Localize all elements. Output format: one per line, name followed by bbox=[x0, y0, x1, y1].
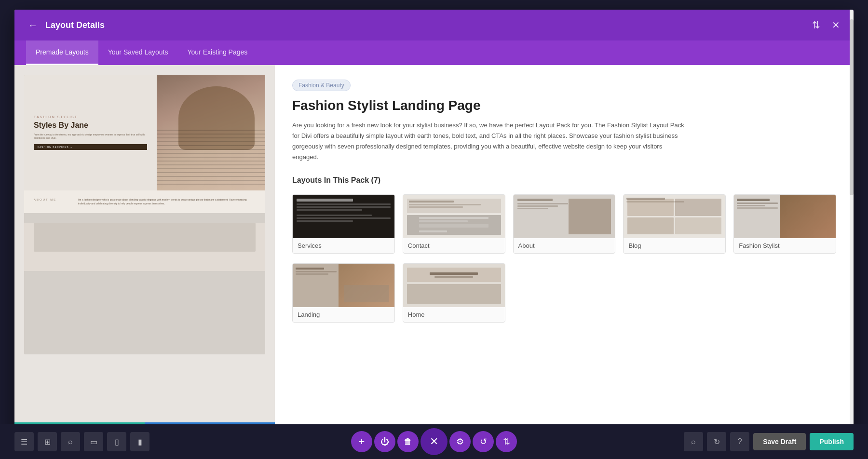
layout-card-contact[interactable]: Contact bbox=[403, 194, 505, 254]
services-line-5 bbox=[297, 217, 391, 219]
tool-mobile-button[interactable]: ▮ bbox=[130, 432, 149, 451]
tool-search-button[interactable]: ⌕ bbox=[61, 432, 80, 451]
layout-card-fashion-stylist[interactable]: Fashion Stylist bbox=[733, 194, 836, 254]
layout-card-about[interactable]: About bbox=[513, 194, 616, 254]
tool-tablet-button[interactable]: ▯ bbox=[107, 432, 126, 451]
toolbar-power-button[interactable]: ⏻ bbox=[374, 431, 395, 452]
modal-tabs: Premade Layouts Your Saved Layouts Your … bbox=[14, 40, 854, 65]
preview-about-label: ABOUT ME bbox=[34, 198, 72, 203]
toolbar-left: ☰ ⊞ ⌕ ▭ ▯ ▮ bbox=[14, 432, 149, 451]
toolbar-help-icon[interactable]: ? bbox=[730, 432, 749, 451]
services-line-title bbox=[297, 199, 353, 202]
layout-card-services[interactable]: Services bbox=[292, 194, 395, 254]
blog-cell-3 bbox=[627, 217, 674, 235]
preview-hero-right bbox=[157, 75, 265, 190]
modal-header-left: ← Layout Details bbox=[26, 18, 105, 33]
divider-icon-button[interactable]: ⇅ bbox=[810, 17, 822, 33]
preview-scroll-area: FASHION STYLIST Styles By Jane From the … bbox=[14, 65, 275, 422]
layout-card-landing[interactable]: Landing bbox=[292, 263, 395, 323]
preview-body-text: From the runway to the streets, my appro… bbox=[34, 133, 147, 140]
stripe-pattern bbox=[157, 127, 265, 185]
back-button[interactable]: ← bbox=[26, 18, 40, 33]
layout-thumb-fashion bbox=[734, 195, 836, 238]
scroll-thumb bbox=[850, 65, 854, 195]
tool-desktop-button[interactable]: ▭ bbox=[84, 432, 103, 451]
toolbar-settings-button[interactable]: ⚙ bbox=[449, 431, 471, 452]
tool-menu-button[interactable]: ☰ bbox=[14, 432, 34, 451]
save-draft-button[interactable]: Save Draft bbox=[753, 433, 806, 450]
blog-cell-4 bbox=[675, 217, 721, 235]
layout-thumb-services bbox=[293, 195, 394, 238]
services-line-1 bbox=[297, 203, 391, 205]
layout-card-home[interactable]: Home bbox=[403, 263, 505, 323]
toolbar-refresh-icon[interactable]: ↻ bbox=[707, 432, 726, 451]
layout-card-blog[interactable]: Blog bbox=[623, 194, 726, 254]
preview-strip-inner bbox=[34, 223, 256, 252]
services-line-2 bbox=[297, 206, 391, 208]
layout-name-contact: Contact bbox=[403, 238, 505, 253]
layout-name-about: About bbox=[514, 238, 615, 253]
toolbar-right: ⌕ ↻ ? Save Draft Publish bbox=[684, 432, 854, 451]
pack-title: Fashion Stylist Landing Page bbox=[292, 98, 836, 113]
preview-about-section: ABOUT ME I'm a fashion designer who is p… bbox=[24, 190, 265, 213]
layouts-grid-row2: Landing bbox=[292, 263, 836, 323]
category-badge: Fashion & Beauty bbox=[292, 80, 351, 91]
toolbar-search-icon[interactable]: ⌕ bbox=[684, 432, 703, 451]
preview-cta: FASHION SERVICES → bbox=[34, 144, 147, 150]
layout-name-services: Services bbox=[293, 238, 394, 253]
layout-name-home: Home bbox=[403, 307, 505, 322]
layout-name-fashion-stylist: Fashion Stylist bbox=[734, 238, 836, 253]
pack-description: Are you looking for a fresh new look for… bbox=[292, 120, 688, 162]
preview-hero-section: FASHION STYLIST Styles By Jane From the … bbox=[24, 75, 265, 190]
about-text-block bbox=[517, 199, 568, 210]
blog-grid bbox=[627, 199, 721, 234]
bottom-toolbar: ☰ ⊞ ⌕ ▭ ▯ ▮ + ⏻ 🗑 ✕ ⚙ ↺ ⇅ ⌕ ↻ ? Save Dra… bbox=[0, 424, 868, 459]
services-line-3 bbox=[297, 209, 362, 211]
preview-hero-left: FASHION STYLIST Styles By Jane From the … bbox=[24, 75, 157, 190]
preview-brand: FASHION STYLIST bbox=[34, 115, 147, 119]
contact-mock bbox=[407, 199, 501, 234]
grid-placeholder-1 bbox=[513, 263, 616, 323]
scrollbar[interactable] bbox=[850, 65, 854, 449]
toolbar-layout-button[interactable]: ⇅ bbox=[496, 431, 517, 452]
toolbar-x-button[interactable]: ✕ bbox=[420, 428, 448, 455]
grid-placeholder-3 bbox=[733, 263, 836, 323]
toolbar-delete-button[interactable]: 🗑 bbox=[397, 431, 419, 452]
layout-name-landing: Landing bbox=[293, 307, 394, 322]
layout-thumb-contact bbox=[403, 195, 505, 238]
preview-bottom-strip bbox=[24, 223, 265, 271]
modal-title: Layout Details bbox=[45, 20, 105, 30]
grid-placeholder-2 bbox=[623, 263, 726, 323]
modal-body: FASHION STYLIST Styles By Jane From the … bbox=[14, 65, 854, 449]
services-line-6 bbox=[297, 220, 353, 222]
tab-existing-pages[interactable]: Your Existing Pages bbox=[178, 40, 258, 65]
about-photo bbox=[569, 199, 611, 234]
toolbar-center: + ⏻ 🗑 ✕ ⚙ ↺ ⇅ bbox=[351, 428, 517, 455]
layout-details-modal: ← Layout Details ⇅ ✕ Premade Layouts You… bbox=[14, 10, 854, 449]
toolbar-history-button[interactable]: ↺ bbox=[473, 431, 494, 452]
preview-hero-title: Styles By Jane bbox=[34, 121, 147, 130]
layout-thumb-home bbox=[403, 264, 505, 307]
services-thumb-text bbox=[297, 199, 391, 223]
services-line-4 bbox=[297, 215, 372, 216]
layout-thumb-about bbox=[514, 195, 615, 238]
layout-thumb-blog bbox=[624, 195, 725, 238]
tab-premade-layouts[interactable]: Premade Layouts bbox=[26, 40, 98, 65]
preview-panel: FASHION STYLIST Styles By Jane From the … bbox=[14, 65, 275, 449]
toolbar-add-button[interactable]: + bbox=[351, 431, 372, 452]
modal-header-right: ⇅ ✕ bbox=[810, 17, 842, 33]
contact-top bbox=[407, 199, 501, 213]
modal-header: ← Layout Details ⇅ ✕ bbox=[14, 10, 854, 40]
preview-image: FASHION STYLIST Styles By Jane From the … bbox=[24, 75, 265, 354]
contact-bottom bbox=[407, 215, 501, 235]
layouts-section-title: Layouts In This Pack (7) bbox=[292, 176, 836, 185]
layout-thumb-landing bbox=[293, 264, 394, 307]
layout-name-blog: Blog bbox=[624, 238, 725, 253]
hat-figure bbox=[157, 75, 265, 190]
preview-about-text: I'm a fashion designer who is passionate… bbox=[78, 198, 256, 205]
tool-grid-button[interactable]: ⊞ bbox=[38, 432, 57, 451]
tab-saved-layouts[interactable]: Your Saved Layouts bbox=[98, 40, 178, 65]
publish-button[interactable]: Publish bbox=[810, 433, 854, 450]
detail-panel: Fashion & Beauty Fashion Stylist Landing… bbox=[275, 65, 854, 449]
close-button[interactable]: ✕ bbox=[830, 17, 842, 33]
